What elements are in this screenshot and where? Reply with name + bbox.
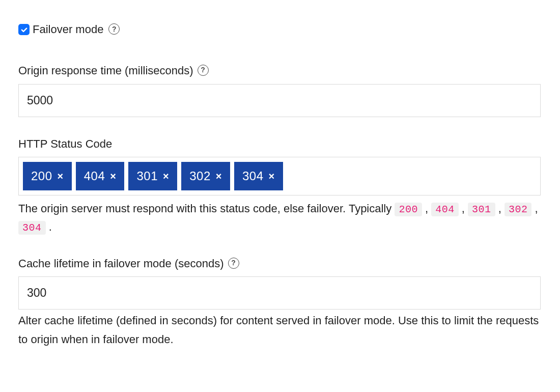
help-icon[interactable]: ? [198, 65, 209, 76]
status-code-tag: 302× [181, 162, 230, 190]
failover-mode-label: Failover mode [33, 22, 103, 38]
status-code-tag-value: 302 [189, 167, 211, 185]
cache-lifetime-field: Cache lifetime in failover mode (seconds… [18, 256, 542, 349]
close-icon[interactable]: × [58, 171, 64, 181]
failover-mode-checkbox[interactable] [18, 24, 30, 35]
status-code-tag: 200× [23, 162, 72, 190]
status-code-pill: 301 [468, 203, 495, 216]
help-icon[interactable]: ? [228, 258, 239, 269]
cache-lifetime-label-text: Cache lifetime in failover mode (seconds… [18, 256, 224, 272]
http-status-code-field: HTTP Status Code 200×404×301×302×304× Th… [18, 136, 542, 237]
status-code-pill: 200 [395, 203, 422, 216]
failover-mode-row: Failover mode ? [18, 22, 542, 38]
http-status-code-label-text: HTTP Status Code [18, 136, 112, 152]
origin-response-time-input[interactable] [18, 84, 541, 117]
cache-lifetime-input[interactable] [18, 276, 541, 310]
status-code-tag-value: 301 [136, 167, 158, 185]
status-code-tag-value: 200 [31, 167, 52, 185]
checkmark-icon [20, 26, 28, 34]
origin-response-time-label: Origin response time (milliseconds) ? [18, 63, 542, 79]
origin-response-time-label-text: Origin response time (milliseconds) [18, 63, 193, 79]
status-code-tag-value: 404 [84, 167, 105, 185]
http-status-code-input[interactable]: 200×404×301×302×304× [18, 157, 541, 195]
cache-lifetime-label: Cache lifetime in failover mode (seconds… [18, 256, 542, 272]
status-code-pill: 404 [431, 203, 459, 216]
http-status-code-help: The origin server must respond with this… [18, 200, 541, 237]
close-icon[interactable]: × [268, 171, 274, 181]
close-icon[interactable]: × [110, 171, 116, 181]
status-code-pill: 302 [505, 203, 532, 216]
help-icon[interactable]: ? [108, 23, 120, 35]
http-status-code-label: HTTP Status Code [18, 136, 542, 152]
status-code-tag: 404× [76, 162, 125, 190]
status-code-tag: 304× [234, 162, 283, 190]
status-code-tag: 301× [128, 162, 177, 190]
cache-lifetime-help: Alter cache lifetime (defined in seconds… [18, 312, 541, 349]
close-icon[interactable]: × [216, 171, 222, 181]
close-icon[interactable]: × [163, 171, 169, 181]
status-code-pill: 304 [18, 221, 46, 235]
origin-response-time-field: Origin response time (milliseconds) ? [18, 63, 542, 117]
status-code-tag-value: 304 [242, 167, 264, 185]
